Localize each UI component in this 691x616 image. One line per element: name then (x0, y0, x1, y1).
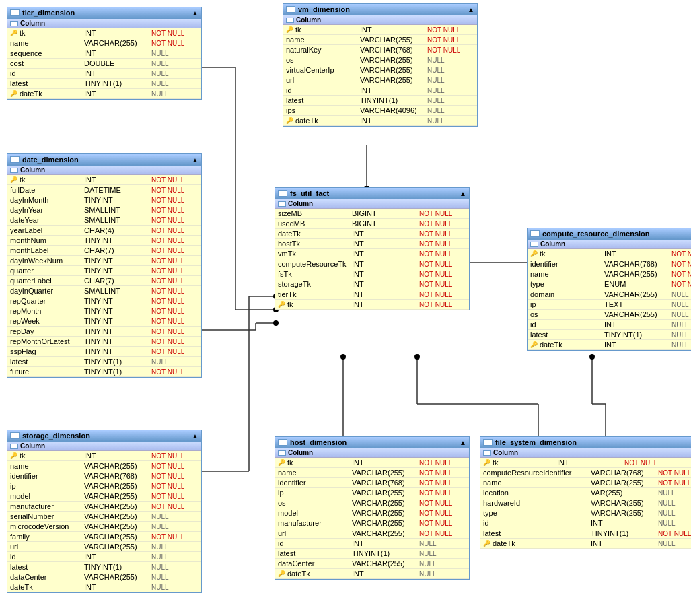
table-row: latest TINYINT(1) NULL (7, 357, 201, 367)
section-header-fs-fact: Column (275, 199, 469, 209)
table-title-filesystem: file_system_dimension (495, 438, 577, 446)
table-row: monthLabel CHAR(7) NOT NULL (7, 246, 201, 256)
table-row: name VARCHAR(255) NOT NULL (480, 478, 691, 488)
table-header-compute: compute_resource_dimension ▲ (528, 228, 691, 240)
table-row: dateTk INT NOT NULL (275, 229, 469, 239)
table-row: dayInYear SMALLINT NOT NULL (7, 205, 201, 215)
table-row: dataCenter VARCHAR(255) NULL (7, 572, 201, 582)
table-row: repMonthOrLatest TINYINT NOT NULL (7, 337, 201, 347)
table-row: manufacturer VARCHAR(255) NOT NULL (275, 518, 469, 528)
table-title-fs-fact: fs_util_fact (290, 189, 329, 197)
table-header-tier: tier_dimension ▲ (7, 7, 201, 19)
sort-icon-date: ▲ (192, 156, 198, 164)
table-row: quarterLabel CHAR(7) NOT NULL (7, 276, 201, 286)
table-row: model VARCHAR(255) NOT NULL (7, 491, 201, 502)
table-row: latest TINYINT(1) NOT NULL (480, 528, 691, 539)
table-icon (10, 9, 20, 16)
table-row: sequence INT NULL (7, 48, 201, 59)
table-row: monthNum TINYINT NOT NULL (7, 236, 201, 246)
table-row: ip TEXT NULL (528, 300, 691, 310)
table-row: sizeMB BIGINT NOT NULL (275, 209, 469, 219)
table-row: id INT NULL (480, 518, 691, 528)
table-row: computeResourceTk INT NOT NULL (275, 259, 469, 269)
table-row: cost DOUBLE NULL (7, 59, 201, 69)
table-title-host: host_dimension (290, 438, 347, 446)
table-row: latest TINYINT(1) NULL (528, 330, 691, 340)
table-row: hardwareId VARCHAR(255) NULL (480, 498, 691, 508)
svg-point-21 (414, 354, 420, 360)
table-header-storage: storage_dimension ▲ (7, 430, 201, 442)
table-row: name VARCHAR(255) NOT NULL (7, 38, 201, 48)
table-tier-dimension: tier_dimension ▲ Column 🔑tk INT NOT NULL… (7, 7, 202, 100)
table-storage-dimension: storage_dimension ▲ Column 🔑tk INT NOT N… (7, 430, 202, 593)
diagram-canvas: tier_dimension ▲ Column 🔑tk INT NOT NULL… (0, 0, 691, 616)
table-title-date: date_dimension (22, 156, 79, 164)
table-row: fsTk INT NOT NULL (275, 269, 469, 279)
table-row: ip VARCHAR(255) NOT NULL (275, 488, 469, 498)
table-row: 🔑dateTk INT NULL (528, 340, 691, 350)
table-row: type ENUM NOT NULL (528, 279, 691, 289)
table-row: yearLabel CHAR(4) NOT NULL (7, 226, 201, 236)
table-row: dayInWeekNum TINYINT NOT NULL (7, 256, 201, 266)
table-row: name VARCHAR(255) NOT NULL (283, 35, 477, 45)
table-row: location VAR(255) NULL (480, 488, 691, 498)
table-row: microcodeVersion VARCHAR(255) NULL (7, 522, 201, 532)
svg-point-9 (273, 320, 279, 326)
section-header-host: Column (275, 448, 469, 458)
section-header-vm: Column (283, 15, 477, 25)
table-row: type VARCHAR(255) NULL (480, 508, 691, 518)
table-row: storageTk INT NOT NULL (275, 279, 469, 289)
table-row: dateTk INT NULL (7, 582, 201, 592)
table-fs-util-fact: fs_util_fact ▲ Column sizeMB BIGINT NOT … (275, 187, 470, 310)
table-header-date: date_dimension ▲ (7, 154, 201, 166)
table-row: os VARCHAR(255) NOT NULL (275, 498, 469, 508)
table-row: fullDate DATETIME NOT NULL (7, 185, 201, 195)
section-header-tier: Column (7, 19, 201, 28)
table-row: latest TINYINT(1) NULL (275, 549, 469, 559)
table-row: sspFlag TINYINT NOT NULL (7, 347, 201, 357)
table-header-vm: vm_dimension ▲ (283, 4, 477, 15)
table-row: repQuarter TINYINT NOT NULL (7, 296, 201, 306)
table-row: id INT NULL (7, 69, 201, 79)
table-row: domain VARCHAR(255) NULL (528, 289, 691, 300)
svg-point-17 (340, 354, 346, 360)
table-row: os VARCHAR(255) NULL (283, 55, 477, 65)
table-row: naturalKey VARCHAR(768) NOT NULL (283, 45, 477, 55)
table-row: 🔑dateTk INT NULL (480, 539, 691, 549)
table-vm-dimension: vm_dimension ▲ Column 🔑tk INT NOT NULL n… (283, 3, 478, 127)
table-row: hostTk INT NOT NULL (275, 239, 469, 249)
section-header-storage: Column (7, 442, 201, 451)
pk-icon: 🔑 (10, 90, 17, 97)
table-row: dayInQuarter SMALLINT NOT NULL (7, 286, 201, 296)
table-row: latest TINYINT(1) NULL (7, 562, 201, 572)
table-row: model VARCHAR(255) NOT NULL (275, 508, 469, 518)
table-header-host: host_dimension ▲ (275, 437, 469, 448)
section-icon-tier (10, 21, 18, 26)
table-row: name VARCHAR(255) NOT NULL (7, 461, 201, 471)
table-row: 🔑dateTk INT NULL (7, 89, 201, 99)
table-row: identifier VARCHAR(768) NOT NULL (528, 259, 691, 269)
table-row: dayInMonth TINYINT NOT NULL (7, 195, 201, 205)
table-row: 🔑tk INT NOT NULL (283, 25, 477, 35)
table-row: 🔑tk INT NOT NULL (480, 458, 691, 468)
table-row: repWeek TINYINT NOT NULL (7, 316, 201, 327)
table-row: 🔑tk INT NOT NULL (7, 175, 201, 185)
table-row: tierTk INT NOT NULL (275, 289, 469, 300)
table-icon-date (10, 156, 20, 163)
table-host-dimension: host_dimension ▲ Column 🔑tk INT NOT NULL… (275, 436, 470, 580)
sort-icon-tier: ▲ (192, 9, 198, 17)
table-row: url VARCHAR(255) NULL (283, 75, 477, 85)
table-row: ip VARCHAR(255) NOT NULL (7, 481, 201, 491)
table-row: 🔑tk INT NOT NULL (7, 451, 201, 461)
table-row: identifier VARCHAR(768) NOT NULL (7, 471, 201, 481)
table-row: name VARCHAR(255) NOT NULL (275, 468, 469, 478)
table-header-filesystem: file_system_dimension ▲ (480, 437, 691, 448)
table-row: id INT NULL (283, 85, 477, 96)
table-row: virtualCenterIp VARCHAR(255) NULL (283, 65, 477, 75)
table-row: 🔑dateTk INT NULL (283, 116, 477, 126)
table-row: dateYear SMALLINT NOT NULL (7, 215, 201, 226)
table-title-compute: compute_resource_dimension (542, 230, 650, 238)
table-row: manufacturer VARCHAR(255) NOT NULL (7, 502, 201, 512)
table-row: 🔑dateTk INT NULL (275, 569, 469, 579)
table-row: serialNumber VARCHAR(255) NULL (7, 512, 201, 522)
